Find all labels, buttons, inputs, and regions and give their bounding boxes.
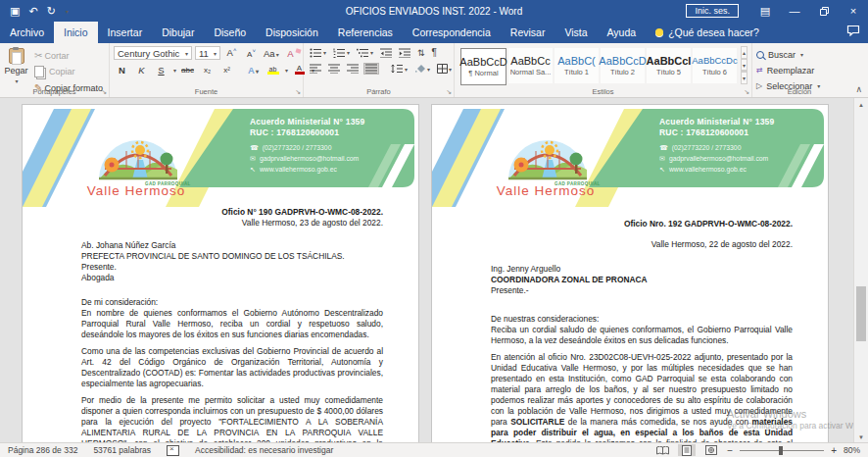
find-button[interactable]: Buscar ▾ [756, 48, 843, 61]
letter-body-left[interactable]: Oficio N° 190 GADPRVH-O-WMC-08-2022. Val… [23, 207, 418, 443]
show-paragraph-marks-icon[interactable]: ¶ [430, 46, 439, 59]
cut-button[interactable]: ✂ Cortar [32, 49, 105, 62]
increase-indent-icon[interactable] [397, 47, 412, 59]
tab-inicio[interactable]: Inicio [54, 22, 98, 43]
scrollbar-track[interactable] [854, 111, 868, 431]
replace-button[interactable]: ⇄ Reemplazar [756, 64, 843, 76]
accessibility-status[interactable]: Accesibilidad: es necesario investigar [195, 445, 333, 455]
tab-revisar[interactable]: Revisar [501, 22, 555, 43]
close-button[interactable]: × [839, 0, 868, 22]
page-left[interactable]: GAD PARROQUIAL Valle Hermoso Acuerdo Min… [22, 104, 419, 443]
tab-diseno[interactable]: Diseño [204, 22, 256, 43]
underline-button[interactable]: S [153, 64, 169, 76]
paragraph[interactable]: Como una de las competencias exclusivas … [81, 346, 383, 389]
oficio-ref[interactable]: Oficio N° 190 GADPRVH-O-WMC-08-2022. [81, 207, 383, 218]
tab-correspondencia[interactable]: Correspondencia [403, 22, 501, 43]
bullets-icon[interactable]: ▾ [308, 47, 328, 59]
tell-me-box[interactable]: ¿Qué desea hacer? [646, 22, 769, 43]
line-spacing-icon[interactable]: ▾ [389, 63, 410, 75]
redo-icon[interactable]: ↻ [47, 5, 56, 18]
oficio-date[interactable]: Valle Hermoso, 23 de agosto del 2022. [81, 218, 383, 228]
print-layout-icon[interactable] [678, 444, 696, 456]
tab-insertar[interactable]: Insertar [98, 22, 153, 43]
save-icon[interactable]: ▣ [10, 5, 20, 18]
strikethrough-button[interactable]: abc [179, 65, 196, 76]
paste-button[interactable]: Pegar ▾ [4, 46, 28, 84]
style-titulo-1[interactable]: AaBbC( Título 1 [555, 48, 599, 83]
paragraph[interactable]: En nombre de quienes conformamos el Gobi… [81, 308, 383, 340]
text-effects-button[interactable]: A▾ [245, 64, 262, 76]
styles-scroll-up-icon[interactable]: ▴ [741, 46, 747, 59]
change-case-button[interactable]: Aa▾ [263, 47, 279, 60]
subscript-button[interactable]: x₂ [199, 65, 216, 76]
highlight-button[interactable]: ab [265, 65, 281, 76]
page-right[interactable]: GAD PARROQUIAL Valle Hermoso Acuerdo Min… [431, 104, 829, 443]
tab-ayuda[interactable]: Ayuda [598, 22, 647, 43]
fuente-dialog-launcher-icon[interactable]: ↘ [295, 88, 301, 96]
copy-button[interactable]: Copiar [32, 65, 105, 78]
tab-vista[interactable]: Vista [555, 22, 597, 43]
collapse-ribbon-icon[interactable]: ∧ [855, 84, 862, 94]
portapapeles-dialog-launcher-icon[interactable]: ↘ [101, 88, 107, 96]
tab-archivo[interactable]: Archivo [0, 22, 54, 43]
recipient-block[interactable]: Ing. Jenny Arguello COORDINADORA ZONAL D… [491, 264, 793, 296]
shading-icon[interactable]: ▾ [412, 63, 432, 75]
feedback-comment-icon[interactable] [846, 25, 860, 38]
align-center-icon[interactable] [326, 63, 342, 75]
paragraph[interactable]: Por medio de la presente me permito soli… [81, 395, 383, 443]
grow-font-button[interactable]: A˄ [223, 46, 240, 59]
proofing-errors-icon[interactable] [167, 445, 179, 456]
salutation[interactable]: De nuestras consideraciones: [491, 314, 793, 325]
highlight-caret-icon[interactable]: ▾ [285, 67, 288, 74]
paragraph[interactable]: Reciba un cordial saludo de quienes conf… [491, 325, 793, 346]
bold-button[interactable]: N [114, 64, 130, 76]
italic-button[interactable]: K [133, 64, 150, 76]
decrease-indent-icon[interactable] [378, 47, 394, 59]
undo-icon[interactable]: ↶ [28, 5, 37, 18]
scroll-up-icon[interactable]: ▲ [854, 98, 868, 111]
numbering-icon[interactable]: ▾ [331, 47, 352, 59]
style-titulo-5[interactable]: AaBbCcI Título 5 [647, 48, 691, 83]
clear-formatting-button[interactable]: A [282, 47, 299, 60]
zoom-out-icon[interactable]: − [727, 445, 733, 456]
zoom-slider[interactable] [740, 450, 824, 451]
zoom-in-icon[interactable]: + [831, 445, 837, 456]
shrink-font-button[interactable]: A˅ [243, 47, 260, 60]
read-mode-icon[interactable] [653, 444, 671, 456]
page-count[interactable]: Página 286 de 332 [8, 445, 77, 455]
vertical-scrollbar[interactable]: ▲ ▼ [853, 98, 868, 443]
style-titulo-2[interactable]: AaBbCcD Título 2 [601, 48, 645, 83]
tab-dibujar[interactable]: Dibujar [152, 22, 204, 43]
font-size-combo[interactable]: 11 ▾ [195, 46, 220, 60]
sign-in-button[interactable]: Inic. ses. [686, 4, 739, 18]
paragraph[interactable]: En atención al oficio Nro. 23D02C08-UEVH… [491, 352, 793, 443]
oficio-date[interactable]: Valle Hermoso, 22 de agosto del 2022. [491, 239, 793, 250]
align-left-icon[interactable] [308, 63, 323, 75]
styles-gallery-more-icon[interactable]: ▾ [741, 71, 747, 84]
web-layout-icon[interactable] [702, 444, 720, 456]
style-normal[interactable]: AaBbCcD ¶ Normal [460, 48, 506, 85]
estilos-dialog-launcher-icon[interactable]: ↘ [744, 88, 749, 96]
font-name-combo[interactable]: Century Gothic ▾ [114, 46, 192, 60]
minimize-button[interactable]: — [780, 0, 809, 22]
parrafo-dialog-launcher-icon[interactable]: ↘ [446, 88, 452, 96]
salutation[interactable]: De mi consideración: [81, 297, 383, 308]
sort-icon[interactable]: ⇅ [415, 47, 427, 59]
word-count[interactable]: 53761 palabras [93, 445, 151, 455]
align-right-icon[interactable] [345, 63, 361, 75]
superscript-button[interactable]: x² [218, 65, 235, 76]
justify-icon[interactable] [363, 63, 379, 75]
tab-referencias[interactable]: Referencias [328, 22, 403, 43]
oficio-ref[interactable]: Oficio Nro. 192 GADPRVH-O-WMC-08-2022. [491, 219, 793, 229]
letter-body-right[interactable]: Oficio Nro. 192 GADPRVH-O-WMC-08-2022. V… [432, 207, 828, 443]
style-titulo-6[interactable]: AaBbCcDc Título 6 [693, 48, 737, 83]
restore-button[interactable] [809, 0, 839, 22]
qat-customize-icon[interactable]: ▾ [66, 8, 69, 15]
zoom-level[interactable]: 80% [844, 445, 860, 455]
multilevel-list-icon[interactable]: ▾ [355, 47, 375, 59]
ribbon-display-options-icon[interactable]: ▤ [750, 0, 780, 22]
zoom-slider-thumb[interactable] [779, 446, 783, 455]
underline-caret-icon[interactable]: ▾ [173, 67, 176, 74]
scrollbar-thumb[interactable] [856, 286, 866, 341]
tab-disposicion[interactable]: Disposición [256, 22, 328, 43]
